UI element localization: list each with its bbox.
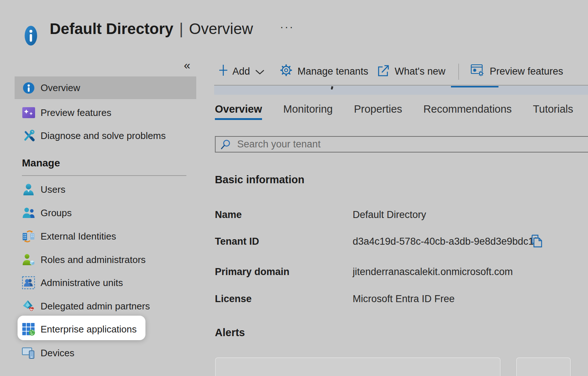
page-title-directory: Default Directory <box>50 20 173 37</box>
delegated-admin-partners-icon <box>22 300 35 312</box>
devices-icon <box>22 347 35 359</box>
search-icon <box>220 139 231 150</box>
preview-features-label: Preview features <box>490 66 563 77</box>
tab-overview[interactable]: Overview <box>215 103 262 120</box>
sidebar-item-label: Enterprise applications <box>41 324 137 335</box>
manage-tenants-button[interactable]: Manage tenants <box>280 62 368 80</box>
sidebar-item-label: Roles and administrators <box>41 254 146 266</box>
info-value: jitenderranascalekit.onmicrosoft.com <box>353 266 513 278</box>
info-value: d3a4c19d-578c-40cb-a3db-9e8d3e9bdc1f <box>353 236 536 247</box>
copy-tenant-id-button[interactable] <box>530 234 544 249</box>
cropped-banner-strip <box>214 85 588 95</box>
sidebar-item-enterprise-applications[interactable]: Enterprise applications <box>15 318 196 341</box>
manage-tenants-label: Manage tenants <box>297 66 368 77</box>
tab-properties[interactable]: Properties <box>354 103 402 120</box>
info-label: Primary domain <box>215 266 353 278</box>
sidebar-item-label: Diagnose and solve problems <box>41 130 166 142</box>
alerts-heading: Alerts <box>215 327 245 339</box>
pivot-tabs: Overview Monitoring Properties Recommend… <box>215 103 573 120</box>
tenant-search-box <box>215 136 588 153</box>
alert-card <box>215 357 501 376</box>
page-title-blade: Overview <box>189 20 253 37</box>
entra-overview-page: { "header": { "title": "Default Director… <box>0 0 588 376</box>
sidebar-item-label: Overview <box>41 82 80 94</box>
whats-new-label: What's new <box>395 66 445 77</box>
gear-icon <box>280 64 292 79</box>
sidebar-divider <box>22 175 186 176</box>
sidebar-collapse-icon[interactable]: « <box>184 59 190 72</box>
info-icon <box>22 82 35 94</box>
info-value: Default Directory <box>353 209 426 221</box>
enterprise-applications-icon <box>22 323 35 336</box>
groups-icon <box>22 207 35 219</box>
sidebar-item-label: External Identities <box>41 231 116 242</box>
info-label: Tenant ID <box>215 236 353 247</box>
whats-new-button[interactable]: What's new <box>377 62 445 80</box>
alert-card <box>516 357 571 376</box>
sidebar-item-diagnose[interactable]: Diagnose and solve problems <box>15 124 196 147</box>
page-title-separator: | <box>179 20 183 37</box>
info-row-license: License Microsoft Entra ID Free <box>215 293 455 305</box>
add-button[interactable]: Add <box>219 62 265 80</box>
sidebar-item-groups[interactable]: Groups <box>15 202 196 224</box>
sidebar-item-label: Preview features <box>41 107 111 119</box>
cropped-blue-underline <box>451 86 498 87</box>
info-row-primary-domain: Primary domain jitenderranascalekit.onmi… <box>215 266 513 278</box>
info-row-tenant-id: Tenant ID d3a4c19d-578c-40cb-a3db-9e8d3e… <box>215 236 536 247</box>
cropped-text-artifact <box>331 86 333 90</box>
users-icon <box>22 183 35 196</box>
directory-info-icon <box>24 26 37 47</box>
preview-features-icon <box>22 107 35 118</box>
roles-administrators-icon <box>22 253 35 266</box>
sidebar-item-administrative-units[interactable]: Administrative units <box>15 271 196 294</box>
search-input[interactable] <box>237 139 588 150</box>
external-identities-icon <box>22 230 35 242</box>
tab-tutorials[interactable]: Tutorials <box>533 103 573 120</box>
more-actions-icon[interactable]: ··· <box>280 20 294 33</box>
sidebar-item-preview-features[interactable]: Preview features <box>15 101 196 124</box>
plus-icon <box>219 64 227 79</box>
sidebar-item-overview[interactable]: Overview <box>15 76 196 99</box>
preview-features-toolbar-icon <box>471 64 485 79</box>
add-button-label: Add <box>232 66 250 77</box>
sidebar-item-devices[interactable]: Devices <box>15 342 196 364</box>
page-title: Default Directory|Overview <box>50 20 253 38</box>
tab-recommendations[interactable]: Recommendations <box>424 103 512 120</box>
chevron-down-icon <box>255 66 265 77</box>
sidebar-item-label: Devices <box>41 347 74 359</box>
info-value: Microsoft Entra ID Free <box>353 293 455 305</box>
sidebar-item-roles-administrators[interactable]: Roles and administrators <box>15 248 196 271</box>
info-row-name: Name Default Directory <box>215 209 426 221</box>
sidebar-item-users[interactable]: Users <box>15 178 196 201</box>
sidebar-item-label: Users <box>41 184 65 195</box>
sidebar-item-label: Groups <box>41 207 72 219</box>
sidebar-item-label: Delegated admin partners <box>41 301 150 312</box>
basic-information-heading: Basic information <box>215 174 304 186</box>
administrative-units-icon <box>22 276 35 289</box>
info-label: License <box>215 293 353 305</box>
info-label: Name <box>215 209 353 221</box>
sidebar-item-delegated-admin-partners[interactable]: Delegated admin partners <box>15 295 196 317</box>
sidebar-item-external-identities[interactable]: External Identities <box>15 225 196 248</box>
sidebar-section-manage: Manage <box>22 157 60 169</box>
preview-features-button[interactable]: Preview features <box>471 62 563 80</box>
open-in-new-icon <box>377 64 390 79</box>
tab-monitoring[interactable]: Monitoring <box>283 103 333 120</box>
toolbar-divider <box>458 64 459 80</box>
diagnose-tools-icon <box>22 129 35 142</box>
sidebar-item-label: Administrative units <box>41 277 123 289</box>
